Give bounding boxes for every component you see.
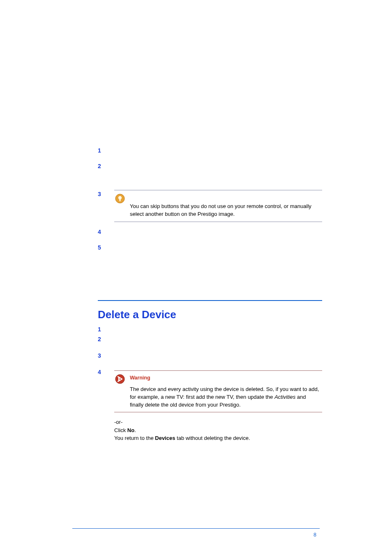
tip-box: You can skip buttons that you do not use…	[114, 190, 322, 222]
step-number: 2	[98, 162, 114, 169]
step: 3 You can skip buttons that you do no	[98, 190, 322, 222]
step: 5	[98, 243, 322, 251]
svg-point-1	[118, 196, 122, 199]
svg-rect-3	[119, 201, 121, 201]
tail-click: Click	[114, 427, 127, 433]
alternate-instruction: -or- Click No. You return to the Devices…	[114, 418, 322, 442]
step: 2	[98, 162, 322, 169]
tail-or: -or-	[114, 418, 321, 426]
tail-no: No	[127, 427, 134, 433]
tail-click-post: .	[134, 427, 136, 433]
warn-text-italic: Activities	[274, 394, 295, 400]
tail-return-line: You return to the Devices tab without de…	[114, 434, 321, 442]
warning-box: Warning The device and every activity us…	[114, 370, 322, 413]
step-number: 1	[98, 146, 114, 154]
warning-text: The device and every activity using the …	[130, 386, 322, 409]
step-number: 3	[98, 352, 114, 359]
step-number: 1	[98, 325, 114, 333]
step: 4 War	[98, 368, 322, 413]
step-number: 3	[98, 190, 114, 197]
tail-devices: Devices	[155, 435, 175, 441]
warning-icon	[114, 374, 130, 386]
step-number: 4	[98, 368, 114, 375]
tail-return-pre: You return to the	[114, 435, 155, 441]
step-number: 4	[98, 228, 114, 235]
step: 2	[98, 335, 322, 342]
step: 3	[98, 352, 322, 359]
step: 1	[98, 325, 322, 333]
tail-return-post: tab without deleting the device.	[175, 435, 250, 441]
footer-divider	[72, 528, 320, 529]
page-content: 1 2 3	[98, 146, 322, 442]
section-heading: Delete a Device	[98, 308, 322, 321]
tail-click-line: Click No.	[114, 426, 321, 435]
warning-heading: Warning	[130, 374, 322, 382]
step-number: 2	[98, 335, 114, 342]
step: 4	[98, 228, 322, 235]
section-divider	[98, 300, 322, 301]
tip-icon	[114, 194, 130, 206]
step: 1	[98, 146, 322, 154]
tip-text: You can skip buttons that you do not use…	[130, 194, 322, 218]
svg-rect-2	[119, 199, 121, 201]
page-number: 8	[314, 532, 316, 538]
svg-point-4	[115, 375, 125, 384]
step-number: 5	[98, 243, 114, 251]
